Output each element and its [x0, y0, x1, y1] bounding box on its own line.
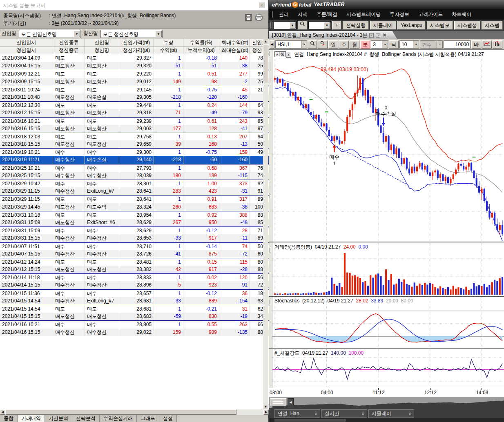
- period-분[interactable]: 분: [360, 40, 370, 49]
- window-tool-icon[interactable]: ›: [376, 33, 380, 38]
- add-button[interactable]: +: [332, 21, 341, 30]
- menu-차트쉐어[interactable]: 차트쉐어: [447, 11, 476, 18]
- scroll-right-icon[interactable]: ▶: [263, 409, 269, 415]
- volume-panel[interactable]: 거래량(음봉양봉) 04/19 21:27 24.00 0.00: [272, 242, 504, 296]
- menu-고객가이드[interactable]: 고객가이드: [414, 11, 447, 18]
- bar-label-button[interactable]: 바: [471, 40, 481, 49]
- table-row[interactable]: 2021/04/12 14:24매도매도28,48110.1511580.4: [0, 258, 269, 266]
- hscroll-thumb[interactable]: [5, 409, 236, 415]
- navigator-handle[interactable]: [270, 398, 286, 406]
- chart-navigator[interactable]: ◀: [269, 397, 504, 408]
- close-icon[interactable]: x: [362, 410, 364, 418]
- table-row[interactable]: 2021/03/19 10:21매수매수29,3001-0.7515949.8: [0, 148, 269, 156]
- table-row[interactable]: 2021/03/29 11:15매도매도28,64110.9131789.3: [0, 195, 269, 203]
- close-icon[interactable]: x: [409, 410, 411, 418]
- table-row[interactable]: 2021/04/15 15:15매도청산매도청산28,683-59830-193…: [0, 313, 269, 320]
- table-row[interactable]: 2021/04/16 15:15매수청산매수청산29,022159989-135…: [0, 329, 269, 336]
- table-row[interactable]: 2021/03/16 15:15매도청산매도청산29,003177128-419…: [0, 125, 269, 133]
- table-row[interactable]: 2021/03/25 15:15매수청산매수청산28,039190139-115…: [0, 172, 269, 180]
- table-row[interactable]: 2021/03/19 11:21매수청산매수손실29,140-218-50-16…: [0, 156, 269, 164]
- table-row[interactable]: 2021/03/11 10:24매도매도29,1451-0.754521.9: [0, 86, 269, 93]
- symbol-search-combo[interactable]: ▼: [274, 21, 297, 29]
- table-row[interactable]: 2021/03/31 15:09매수매수28,6291-0.122871.7: [0, 227, 269, 234]
- close-icon[interactable]: x: [315, 410, 317, 418]
- toolbar-button-YesLangu[interactable]: YesLangu: [397, 21, 426, 30]
- bar-chart-icon[interactable]: [493, 40, 502, 49]
- table-row[interactable]: 2021/04/15 11:36매수매수28,6571-0.123618.9: [0, 289, 269, 297]
- table-row[interactable]: 2021/03/09 15:15매도청산매도청산29,01214998-275.…: [0, 78, 269, 86]
- entry-signal-select[interactable]: 모든 진입신호명▼: [19, 30, 81, 38]
- table-row[interactable]: 2021/03/29 11:15매수청산ExitLong_#728,641283…: [0, 187, 269, 195]
- tab-거래내역[interactable]: 거래내역: [18, 415, 45, 422]
- tab-수익손실거래[interactable]: 수익손실거래: [100, 415, 137, 422]
- table-row[interactable]: 2021/04/15 14:54매도매도28,6811-0.213162.0: [0, 305, 269, 313]
- menu-투자정보[interactable]: 투자정보: [385, 11, 414, 18]
- table-row[interactable]: 2021/04/14 11:18매수매수28,83310.0212056.8: [0, 273, 269, 281]
- scroll-down-icon[interactable]: ▼: [263, 404, 268, 409]
- scroll-left-icon[interactable]: ◀: [0, 409, 5, 415]
- table-row[interactable]: 2021/03/09 12:21매도매도29,22010.5127799.2: [0, 70, 269, 78]
- exit-signal-select[interactable]: 모든 청산신호명▼: [100, 30, 163, 38]
- tab-전략분석[interactable]: 전략분석: [72, 415, 100, 422]
- navigator-left-icon[interactable]: ◀: [288, 398, 294, 406]
- save-icon[interactable]: [245, 14, 252, 21]
- tick-button[interactable]: 틱: [389, 40, 399, 49]
- table-row[interactable]: 2021/03/31 10:18매도매도28,95410.9238888.9: [0, 211, 269, 219]
- prev-icon[interactable]: ◀: [270, 40, 274, 49]
- table-row[interactable]: 2021/03/18 15:15매도청산매도청산29,65939168-1350…: [0, 140, 269, 148]
- zoom-icon[interactable]: [308, 40, 317, 49]
- toolbar-button-전략실행[interactable]: 전략실행: [343, 21, 369, 30]
- tab-기간분석[interactable]: 기간분석: [45, 415, 72, 422]
- close-icon[interactable]: x: [286, 52, 291, 58]
- chart-window-tab[interactable]: [3010] 연결_Hang Seng Index-202104 - 3분 ‹ …: [269, 31, 397, 39]
- print-icon[interactable]: [255, 14, 263, 21]
- table-row[interactable]: 2021/04/12 15:15매도청산매도청산28,38242917-2888…: [0, 266, 269, 273]
- table-row[interactable]: 2021/04/14 15:15매수청산매수청산28,8965923-9172.…: [0, 281, 269, 289]
- table-row[interactable]: 2021/04/15 14:54매수청산ExitLong_#728,681-33…: [0, 297, 269, 305]
- period-value-combo[interactable]: 3▼: [371, 40, 388, 49]
- table-row[interactable]: 2021/03/12 12:30매도매도29,44810.2414464.5: [0, 101, 269, 109]
- menu-관리[interactable]: 관리: [274, 11, 293, 18]
- search-icon[interactable]: [298, 21, 307, 30]
- zoom-reset-icon[interactable]: [318, 40, 328, 49]
- table-row[interactable]: 2021/03/25 10:21매수매수27,79310.6836776.7: [0, 164, 269, 172]
- table-row[interactable]: 2021/04/07 15:15매수청산매수청산28,726-41875-726…: [0, 250, 269, 258]
- workspace-tab-시뮬레이[interactable]: 시뮬레이x: [368, 409, 414, 418]
- secondary-combo[interactable]: ▼: [308, 21, 331, 29]
- table-row[interactable]: 2021/04/07 11:51매수매수28,7101-0.147450.6: [0, 242, 269, 250]
- chart-splitter-strip[interactable]: [269, 50, 272, 408]
- table-row[interactable]: 2021/03/29 14:45매도청산매도수익28,324260683-381…: [0, 203, 269, 211]
- window-tool-icon[interactable]: ‹: [369, 33, 374, 38]
- toolbar-button-시스템[interactable]: 시스템: [482, 21, 503, 30]
- tick-value-combo[interactable]: 10▼: [399, 40, 419, 49]
- workspace-tab-연결_Han[interactable]: 연결_Hanx: [274, 409, 320, 418]
- tab-설정[interactable]: 설정: [159, 415, 177, 422]
- bar-count-input[interactable]: 10000: [444, 40, 471, 49]
- toolbar-button-시스템모[interactable]: 시스템모: [427, 21, 453, 30]
- table-row[interactable]: 2021/03/31 15:09매도청산ExitShort_#628,62926…: [0, 219, 269, 227]
- table-row[interactable]: 2021/03/11 10:48매도청산매도손실29,305-218-120-1…: [0, 93, 269, 101]
- chevron-down-icon[interactable]: ▼: [155, 31, 162, 37]
- stochastics-chart[interactable]: [272, 297, 504, 348]
- price-panel[interactable]: 시험x 연결_Hang Seng Index-202104 #_항셍_Bolli…: [272, 50, 504, 242]
- menu-주문/체결[interactable]: 주문/체결: [312, 11, 342, 18]
- menu-시스템트레이딩[interactable]: 시스템트레이딩: [342, 11, 385, 18]
- toolbar-button-시뮬레이[interactable]: 시뮬레이: [370, 21, 396, 30]
- tab-그래프[interactable]: 그래프: [137, 415, 159, 422]
- table-vertical-scrollbar[interactable]: ▲ ▼: [263, 39, 268, 409]
- strength-panel[interactable]: #_체결강도 04/19 21:27 140.00 100.00: [272, 349, 504, 388]
- period-월[interactable]: 월: [350, 40, 359, 49]
- period-일[interactable]: 일: [328, 40, 338, 49]
- toolbar-button-시스템성[interactable]: 시스템성: [454, 21, 480, 30]
- table-row[interactable]: 2021/03/31 15:15매수청산매수청산28,653-33917-118…: [0, 234, 269, 242]
- table-row[interactable]: 2021/03/04 15:15매도청산매도청산29,320-51-51-382…: [0, 62, 269, 70]
- table-horizontal-scrollbar[interactable]: ◀ ▶: [0, 409, 269, 415]
- table-row[interactable]: 2021/03/16 10:21매도매도29,23910.6124385.5: [0, 117, 269, 125]
- table-row[interactable]: 2021/03/12 15:15매도청산매도청산29,31871-49-7993…: [0, 109, 269, 117]
- scroll-up-icon[interactable]: ▲: [263, 39, 268, 44]
- candlestick-chart[interactable]: 29,494 (03/19 03:00)매수10매수손실: [272, 50, 504, 242]
- vscroll-thumb[interactable]: [263, 44, 268, 83]
- stochastics-panel[interactable]: Stochastics (20,12,12) 04/19 21:27 28.02…: [272, 297, 504, 348]
- tab-종합[interactable]: 종합: [0, 415, 18, 422]
- table-row[interactable]: 2021/03/04 14:09매도매도29,3271-0.1814078.6: [0, 54, 269, 62]
